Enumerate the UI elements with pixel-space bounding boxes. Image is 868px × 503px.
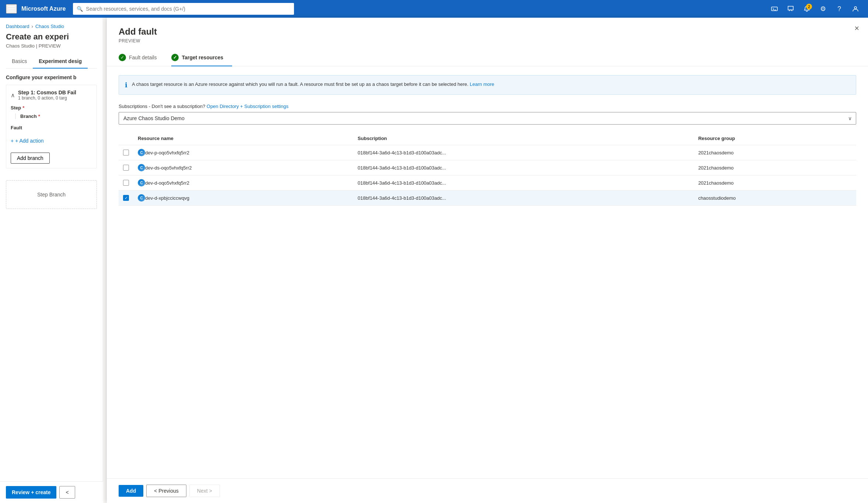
info-icon: ℹ bbox=[125, 81, 127, 89]
svg-point-1 bbox=[854, 7, 857, 9]
step-chevron[interactable]: ∧ bbox=[11, 92, 15, 99]
top-nav: Microsoft Azure 🔍 2 ⚙ ? bbox=[0, 0, 868, 18]
tab-experiment-design[interactable]: Experiment desig bbox=[33, 55, 88, 69]
settings-button[interactable]: ⚙ bbox=[816, 2, 830, 15]
learn-more-link[interactable]: Learn more bbox=[470, 81, 494, 87]
main-layout: Dashboard › Chaos Studio Create an exper… bbox=[0, 18, 868, 503]
panel-close-button[interactable]: × bbox=[854, 24, 859, 33]
row-resource-name: Cdev-d-xpbjcciccwqvg bbox=[133, 191, 353, 206]
panel-tabs: ✓ Fault details ✓ Target resources bbox=[119, 49, 856, 66]
open-directory-link[interactable]: Open Directory + Subscription settings bbox=[207, 104, 288, 109]
review-create-button[interactable]: Review + create bbox=[6, 486, 56, 499]
table-row[interactable]: Cdev-p-oqo5vhxfq5rr2018bf144-3a6d-4c13-b… bbox=[119, 145, 856, 160]
cloud-shell-button[interactable] bbox=[768, 2, 781, 15]
row-resource-name: Cdev-ds-oqo5vhxfq5rr2 bbox=[133, 160, 353, 175]
feedback-button[interactable] bbox=[784, 2, 797, 15]
step-form: Step * Branch * Fault + + Add bbox=[11, 105, 92, 164]
row-checkbox-cell[interactable] bbox=[119, 175, 133, 191]
bottom-bar: Review + create < bbox=[0, 481, 103, 503]
panel-footer: Add < Previous Next > bbox=[107, 478, 868, 503]
row-subscription: 018bf144-3a6d-4c13-b1d3-d100a03adc... bbox=[353, 145, 694, 160]
search-bar: 🔍 bbox=[73, 3, 294, 15]
table-col-resource-name: Resource name bbox=[133, 132, 353, 145]
brand-name: Microsoft Azure bbox=[21, 6, 66, 12]
step-label: Step * bbox=[11, 105, 92, 111]
row-subscription: 018bf144-3a6d-4c13-b1d3-d100a03adc... bbox=[353, 160, 694, 175]
branch-required: * bbox=[38, 113, 40, 119]
step-card-meta: 1 branch, 0 action, 0 targ bbox=[18, 95, 76, 101]
breadcrumb-chaos-studio[interactable]: Chaos Studio bbox=[35, 24, 64, 29]
notification-badge: 2 bbox=[806, 4, 812, 10]
info-box: ℹ A chaos target resource is an Azure re… bbox=[119, 75, 856, 95]
subscription-select[interactable]: Azure Chaos Studio Demo bbox=[119, 112, 856, 125]
row-resource-name: Cdev-p-oqo5vhxfq5rr2 bbox=[133, 145, 353, 160]
table-row[interactable]: Cdev-d-oqo5vhxfq5rr2018bf144-3a6d-4c13-b… bbox=[119, 175, 856, 191]
target-resources-check: ✓ bbox=[171, 54, 179, 61]
step-branch-display: Step Branch bbox=[6, 173, 97, 216]
add-button[interactable]: Add bbox=[119, 485, 143, 497]
add-action-icon: + bbox=[11, 138, 14, 144]
add-action-button[interactable]: + + Add action bbox=[11, 135, 44, 147]
back-button[interactable]: < bbox=[59, 486, 75, 499]
help-button[interactable]: ? bbox=[833, 2, 846, 15]
table-col-checkbox bbox=[119, 132, 133, 145]
search-input[interactable] bbox=[86, 6, 290, 12]
row-checkbox[interactable] bbox=[123, 150, 129, 156]
row-checkbox-cell[interactable] bbox=[119, 160, 133, 175]
panel-body: ℹ A chaos target resource is an Azure re… bbox=[107, 66, 868, 478]
add-branch-button[interactable]: Add branch bbox=[11, 153, 50, 164]
branch-label: Branch * bbox=[20, 113, 92, 119]
table-row[interactable]: Cdev-d-xpbjcciccwqvg018bf144-3a6d-4c13-b… bbox=[119, 191, 856, 206]
row-resource-group: 2021chaosdemo bbox=[694, 175, 856, 191]
tab-fault-details[interactable]: ✓ Fault details bbox=[119, 49, 165, 66]
cosmos-icon: C bbox=[138, 179, 145, 186]
fault-section: Fault bbox=[11, 125, 92, 130]
panel-header: Add fault PREVIEW × ✓ Fault details ✓ Ta… bbox=[107, 18, 868, 66]
section-header: Configure your experiment b bbox=[6, 74, 97, 80]
page-subtitle: Chaos Studio | PREVIEW bbox=[6, 43, 97, 49]
nav-icons: 2 ⚙ ? bbox=[768, 2, 862, 15]
cosmos-icon: C bbox=[138, 164, 145, 171]
resource-table: Resource name Subscription Resource grou… bbox=[119, 132, 856, 206]
table-col-subscription: Subscription bbox=[353, 132, 694, 145]
step-required: * bbox=[22, 105, 24, 111]
row-checkbox-cell[interactable] bbox=[119, 145, 133, 160]
subscription-label: Subscriptions - Don't see a subscription… bbox=[119, 104, 856, 109]
row-subscription: 018bf144-3a6d-4c13-b1d3-d100a03adc... bbox=[353, 175, 694, 191]
step-card: ∧ Step 1: Cosmos DB Fail 1 branch, 0 act… bbox=[6, 85, 97, 168]
next-button: Next > bbox=[189, 485, 220, 497]
fault-label: Fault bbox=[11, 125, 92, 130]
step-card-title: Step 1: Cosmos DB Fail bbox=[18, 90, 76, 95]
right-panel: Add fault PREVIEW × ✓ Fault details ✓ Ta… bbox=[103, 18, 868, 503]
left-panel: Dashboard › Chaos Studio Create an exper… bbox=[0, 18, 103, 503]
row-checkbox[interactable] bbox=[123, 165, 129, 171]
panel-overlay: Add fault PREVIEW × ✓ Fault details ✓ Ta… bbox=[107, 18, 868, 503]
subscription-dropdown-wrapper: Azure Chaos Studio Demo ∨ bbox=[119, 112, 856, 125]
account-button[interactable] bbox=[849, 2, 862, 15]
page-title: Create an experi bbox=[6, 32, 97, 42]
cosmos-icon: C bbox=[138, 149, 145, 156]
search-icon: 🔍 bbox=[77, 6, 83, 12]
row-checkbox-cell[interactable] bbox=[119, 191, 133, 206]
breadcrumb-dashboard[interactable]: Dashboard bbox=[6, 24, 29, 29]
row-checkbox[interactable] bbox=[123, 180, 129, 186]
table-col-resource-group: Resource group bbox=[694, 132, 856, 145]
tab-target-resources[interactable]: ✓ Target resources bbox=[171, 49, 232, 66]
breadcrumb-sep: › bbox=[32, 24, 33, 29]
row-resource-group: chaosstudiodemo bbox=[694, 191, 856, 206]
panel-subtitle: PREVIEW bbox=[119, 38, 856, 43]
notifications-button[interactable]: 2 bbox=[800, 2, 813, 15]
tab-basics[interactable]: Basics bbox=[6, 55, 33, 69]
table-row[interactable]: Cdev-ds-oqo5vhxfq5rr2018bf144-3a6d-4c13-… bbox=[119, 160, 856, 175]
fault-details-check: ✓ bbox=[119, 54, 126, 61]
info-text: A chaos target resource is an Azure reso… bbox=[132, 81, 494, 89]
row-resource-group: 2021chaosdemo bbox=[694, 145, 856, 160]
row-resource-group: 2021chaosdemo bbox=[694, 160, 856, 175]
cosmos-icon: C bbox=[138, 194, 145, 202]
previous-button[interactable]: < Previous bbox=[146, 485, 186, 497]
nav-tabs: Basics Experiment desig bbox=[6, 55, 97, 69]
hamburger-menu[interactable] bbox=[6, 4, 17, 14]
row-resource-name: Cdev-d-oqo5vhxfq5rr2 bbox=[133, 175, 353, 191]
row-checkbox[interactable] bbox=[123, 195, 129, 201]
step-branch-tree: Branch * bbox=[15, 113, 92, 119]
